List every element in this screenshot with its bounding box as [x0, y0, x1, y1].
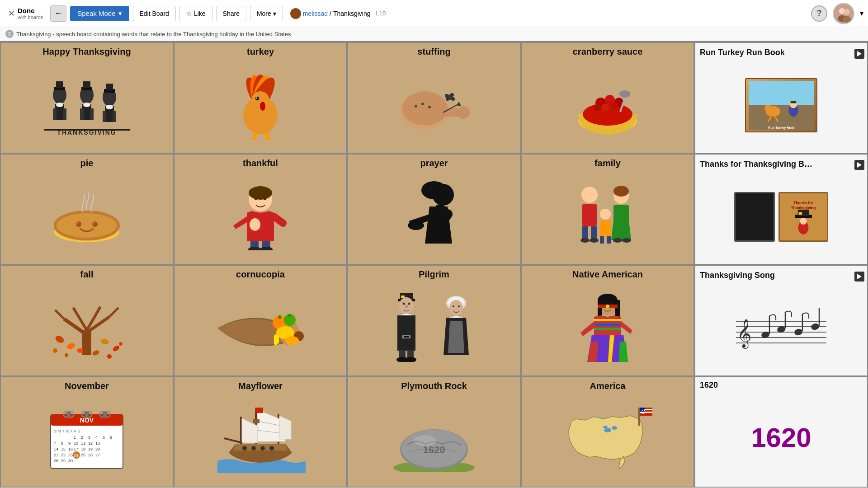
svg-rect-102 [591, 226, 597, 240]
svg-rect-114 [736, 193, 774, 240]
cell-label-prayer: prayer [420, 158, 448, 168]
svg-point-87 [249, 186, 272, 200]
svg-rect-246 [253, 419, 259, 423]
cell-happy-thanksgiving[interactable]: Happy Thanksgiving [0, 42, 174, 154]
svg-point-90 [250, 218, 260, 231]
svg-rect-178 [594, 324, 621, 326]
done-button[interactable]: ✕ Done with boards [5, 5, 47, 22]
svg-text:Thanks for: Thanks for [793, 200, 813, 205]
cell-image-mayflower [177, 393, 344, 484]
svg-text:14: 14 [54, 447, 58, 451]
cell-label-turkey: turkey [247, 47, 274, 56]
svg-text:30: 30 [68, 459, 73, 463]
avatar-dropdown-icon[interactable]: ▾ [860, 9, 863, 18]
cell-image-america: ★★ ★★ [524, 393, 691, 484]
play-icon-2 [854, 160, 864, 170]
help-button[interactable]: ? [811, 5, 827, 22]
back-button[interactable]: ← [50, 5, 66, 22]
svg-text:29: 29 [61, 459, 66, 463]
cell-mayflower[interactable]: Mayflower [174, 376, 347, 488]
cell-label-native-american: Native American [572, 269, 643, 279]
cell-stuffing[interactable]: stuffing [347, 42, 521, 154]
cell-thanksgiving-song[interactable]: Thanksgiving Song 𝄞 [694, 265, 868, 376]
speak-mode-button[interactable]: Speak Mode ▾ [70, 6, 129, 21]
svg-point-52 [445, 94, 448, 98]
cell-run-turkey-book[interactable]: Run Turkey Run Book [694, 42, 868, 154]
cell-pilgrim[interactable]: Pilgrim [347, 265, 521, 376]
board-grid: Happy Thanksgiving [0, 41, 868, 488]
svg-text:16: 16 [68, 447, 73, 451]
svg-rect-39 [254, 132, 257, 139]
cell-label-pie: pie [80, 158, 94, 168]
breadcrumb-slash: / [330, 10, 331, 17]
svg-point-176 [610, 303, 613, 305]
cell-label-mayflower: Mayflower [238, 381, 283, 391]
edit-board-button[interactable]: Edit Board [133, 6, 176, 21]
svg-point-53 [446, 97, 449, 101]
cell-cornucopia[interactable]: cornucopia [174, 265, 347, 376]
svg-rect-11 [56, 81, 63, 88]
cell-label-cornucopia: cornucopia [236, 269, 285, 279]
cell-image-family [524, 170, 691, 262]
done-sub: with boards [18, 14, 43, 20]
svg-point-46 [457, 106, 470, 119]
user-profile-avatar[interactable] [833, 3, 854, 24]
username[interactable]: melissad [303, 10, 328, 17]
cell-america[interactable]: America ★★ ★★ [521, 376, 694, 488]
svg-text:19: 19 [88, 447, 93, 451]
svg-point-130 [54, 334, 65, 344]
info-text: Thanksgiving - speech board containing w… [16, 31, 291, 38]
cell-label-america: America [590, 381, 626, 391]
svg-point-192 [810, 323, 820, 331]
svg-rect-40 [265, 132, 269, 139]
cell-cranberry-sauce[interactable]: cranberry sauce [521, 42, 694, 154]
svg-point-254 [603, 426, 608, 428]
svg-point-94 [260, 247, 273, 250]
svg-text:17: 17 [74, 447, 78, 451]
cell-family[interactable]: family [521, 154, 694, 265]
cell-thanks-book[interactable]: Thanks for Thanksgiving B… Thanks for Th… [694, 154, 868, 265]
svg-point-237 [260, 446, 265, 450]
like-button[interactable]: ☆ Like [179, 6, 212, 21]
cell-image-plymouth-rock: 1620 [351, 393, 517, 484]
svg-text:15: 15 [61, 447, 66, 451]
cell-pie[interactable]: pie [0, 154, 174, 265]
svg-rect-144 [288, 314, 291, 317]
cell-turkey[interactable]: turkey [174, 42, 347, 154]
svg-rect-171 [598, 300, 602, 318]
svg-point-93 [248, 247, 261, 250]
svg-rect-153 [401, 296, 405, 298]
cell-label-thanksgiving-song: Thanksgiving Song [698, 271, 852, 280]
svg-point-138 [65, 353, 68, 357]
svg-rect-7 [53, 108, 57, 120]
more-button[interactable]: More ▾ [250, 6, 283, 21]
cell-thankful[interactable]: thankful [174, 154, 347, 265]
share-button[interactable]: Share [216, 6, 246, 21]
svg-point-112 [613, 238, 622, 243]
cell-fall[interactable]: fall [0, 265, 174, 376]
cell-plymouth-rock[interactable]: Plymouth Rock 1620 [347, 376, 521, 488]
help-icon: ? [817, 9, 822, 18]
media-header-2: Thanks for Thanksgiving B… [698, 158, 864, 173]
svg-text:6: 6 [110, 435, 112, 440]
cell-prayer[interactable]: prayer [347, 154, 521, 265]
svg-point-38 [256, 98, 258, 99]
cell-label-happy-thanksgiving: Happy Thanksgiving [42, 47, 131, 56]
svg-rect-100 [582, 204, 597, 226]
cell-november[interactable]: November NOV S M T W T F S 1 2 3 4 5 [0, 376, 174, 488]
svg-rect-245 [255, 408, 263, 413]
svg-text:Thanksgiving: Thanksgiving [791, 206, 816, 210]
cell-native-american[interactable]: Native American [521, 265, 694, 376]
svg-point-137 [119, 342, 123, 346]
svg-point-148 [285, 336, 299, 345]
svg-text:24: 24 [74, 453, 78, 458]
board-level: L10 [376, 10, 386, 17]
cell-label-thanks-book: Thanks for Thanksgiving B… [698, 160, 852, 169]
more-label: More [257, 10, 271, 17]
svg-point-136 [53, 348, 57, 353]
svg-rect-77 [791, 101, 797, 103]
cell-label-stuffing: stuffing [417, 47, 450, 56]
cell-1620[interactable]: 1620 1620 [694, 376, 868, 488]
svg-text:3: 3 [88, 435, 90, 440]
svg-point-104 [613, 186, 629, 197]
